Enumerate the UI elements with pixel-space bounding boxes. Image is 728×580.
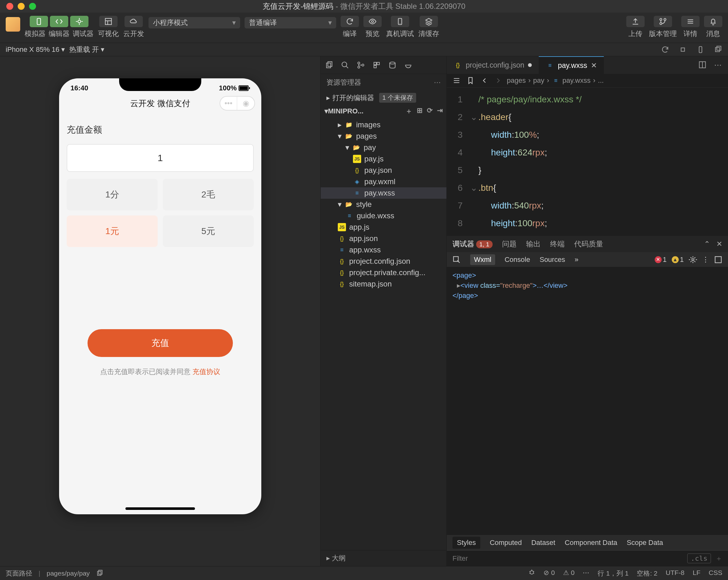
collapse-icon[interactable]: ⇥ <box>437 106 443 116</box>
gear-icon[interactable] <box>689 256 697 264</box>
extension-icon[interactable] <box>372 61 381 69</box>
tree-file-pay-js[interactable]: JSpay.js <box>321 153 446 165</box>
dbg-tab-quality[interactable]: 代码质量 <box>574 239 603 249</box>
refresh-icon[interactable]: ⟳ <box>427 106 433 116</box>
copy-icon[interactable] <box>96 570 103 577</box>
outline-section[interactable]: ▸ 大纲 <box>321 550 446 566</box>
project-header[interactable]: ▾ MINIPRO... ＋ ⊞ ⟳ ⇥ <box>321 105 446 118</box>
bowl-icon[interactable] <box>404 61 412 69</box>
tree-file-app-json[interactable]: {}app.json <box>321 233 446 244</box>
amount-pill-3[interactable]: 1元 <box>67 215 158 247</box>
tree-file-pay-wxml[interactable]: ◈pay.wxml <box>321 176 446 187</box>
cloud-button[interactable] <box>125 16 143 27</box>
editor-toggle[interactable] <box>50 16 68 27</box>
mode-dropdown[interactable]: 小程序模式▾ <box>149 17 240 28</box>
more-icon[interactable]: ⋯ <box>583 569 589 578</box>
bookmark-icon[interactable] <box>466 76 475 85</box>
styles-tab-styles[interactable]: Styles <box>452 537 480 549</box>
version-button[interactable] <box>654 16 672 27</box>
tab-project-config[interactable]: {}project.config.json <box>447 56 539 74</box>
new-folder-icon[interactable]: ⊞ <box>417 106 422 116</box>
simulator-toggle[interactable] <box>30 16 48 27</box>
stop-icon[interactable] <box>679 46 687 54</box>
remote-debug-button[interactable] <box>391 16 409 27</box>
avatar[interactable] <box>6 17 20 32</box>
dbg-tab-debugger[interactable]: 调试器1, 1 <box>452 239 493 249</box>
wxml-tree[interactable]: <page> ▸<view class="recharge">…</view> … <box>447 267 728 304</box>
inspect-icon[interactable] <box>452 256 461 264</box>
detail-button[interactable] <box>681 16 700 27</box>
list-icon[interactable] <box>452 76 461 85</box>
search-icon[interactable] <box>341 61 349 69</box>
tree-file-sitemap[interactable]: {}sitemap.json <box>321 278 446 290</box>
tree-folder-pages[interactable]: ▾📂pages <box>321 130 446 142</box>
close-icon[interactable]: ✕ <box>591 61 597 70</box>
tree-file-pay-wxss[interactable]: ≡pay.wxss <box>321 187 446 199</box>
status-encoding[interactable]: UTF-8 <box>666 569 685 578</box>
status-indent[interactable]: 空格: 2 <box>637 569 657 578</box>
devtools-tab-sources[interactable]: Sources <box>540 256 565 264</box>
compile-dropdown[interactable]: 普通编译▾ <box>244 17 336 28</box>
git-icon[interactable] <box>357 61 365 69</box>
status-warnings[interactable]: ⚠ 0 <box>563 569 575 578</box>
tree-folder-images[interactable]: ▸📁images <box>321 119 446 130</box>
chevron-up-icon[interactable]: ⌃ <box>704 240 710 248</box>
back-icon[interactable] <box>480 76 489 85</box>
device-dropdown[interactable]: iPhone X 85% 16▾ <box>6 46 65 54</box>
popup-icon[interactable] <box>714 46 722 54</box>
amount-pill-2[interactable]: 2毛 <box>163 179 254 210</box>
tree-file-guide-wxss[interactable]: ≡guide.wxss <box>321 210 446 221</box>
dbg-tab-output[interactable]: 输出 <box>526 239 541 249</box>
dbg-tab-terminal[interactable]: 终端 <box>550 239 565 249</box>
filter-input[interactable]: Filter <box>452 554 468 563</box>
db-icon[interactable] <box>388 61 396 69</box>
zoom-window-icon[interactable] <box>29 3 36 10</box>
amount-pill-1[interactable]: 1分 <box>67 179 158 210</box>
status-errors[interactable]: ⊘ 0 <box>544 569 555 578</box>
close-window-icon[interactable] <box>6 3 13 10</box>
tree-folder-style[interactable]: ▾📂style <box>321 199 446 210</box>
compile-button[interactable] <box>341 16 359 27</box>
open-editors-section[interactable]: ▸打开的编辑器1 个未保存 <box>321 91 446 105</box>
amount-pill-4[interactable]: 5元 <box>163 215 254 247</box>
minimize-window-icon[interactable] <box>18 3 25 10</box>
hotreload-dropdown[interactable]: 热重载 开▾ <box>69 45 104 54</box>
tree-file-app-wxss[interactable]: ≡app.wxss <box>321 244 446 256</box>
visualize-button[interactable] <box>99 16 118 27</box>
tree-file-app-js[interactable]: JSapp.js <box>321 221 446 233</box>
close-icon[interactable]: ✕ <box>716 240 722 248</box>
preview-button[interactable] <box>363 16 382 27</box>
tree-folder-pay[interactable]: ▾📂pay <box>321 142 446 153</box>
breadcrumb[interactable]: pages›pay›≡pay.wxss›... <box>507 76 604 85</box>
devtools-tab-wxml[interactable]: Wxml <box>470 254 495 265</box>
files-icon[interactable] <box>325 61 333 69</box>
tree-file-project-private[interactable]: {}project.private.config... <box>321 267 446 278</box>
split-icon[interactable] <box>698 61 706 69</box>
device-icon[interactable] <box>696 46 705 54</box>
dock-icon[interactable] <box>714 256 722 264</box>
upload-button[interactable] <box>626 16 645 27</box>
bug-icon[interactable] <box>528 569 535 576</box>
status-eol[interactable]: LF <box>693 569 701 578</box>
status-cursor[interactable]: 行 1，列 1 <box>598 569 628 578</box>
forward-icon[interactable] <box>494 76 502 85</box>
status-language[interactable]: CSS <box>709 569 722 578</box>
styles-tab-component-data[interactable]: Component Data <box>565 538 617 547</box>
tree-file-pay-json[interactable]: {}pay.json <box>321 165 446 176</box>
code-editor[interactable]: 1/* pages/pay/index.wxss */ 2⌄.header{ 3… <box>447 87 728 235</box>
styles-tab-computed[interactable]: Computed <box>490 538 522 547</box>
error-badge[interactable]: ✕1 <box>655 256 667 264</box>
more-icon[interactable]: ⋮ <box>702 256 709 264</box>
recharge-button[interactable]: 充值 <box>87 329 233 357</box>
capsule-menu-icon[interactable]: ••• <box>220 97 237 110</box>
styles-tab-scope-data[interactable]: Scope Data <box>627 538 663 547</box>
devtools-more-icon[interactable]: » <box>574 256 578 264</box>
cls-button[interactable]: .cls <box>687 553 711 563</box>
sync-icon[interactable] <box>661 46 669 54</box>
tree-file-project-config[interactable]: {}project.config.json <box>321 256 446 267</box>
capsule-close-icon[interactable]: ◉ <box>237 97 254 110</box>
styles-tab-dataset[interactable]: Dataset <box>531 538 555 547</box>
more-icon[interactable]: ⋯ <box>434 78 441 86</box>
warning-badge[interactable]: ▲1 <box>672 256 684 264</box>
clear-cache-button[interactable] <box>420 16 438 27</box>
